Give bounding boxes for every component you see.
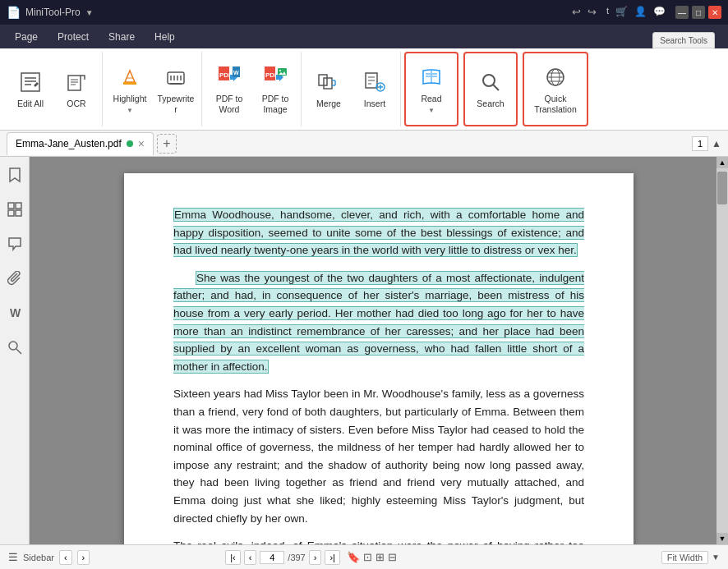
read-button[interactable]: Read ▼ xyxy=(409,54,454,125)
scrollbar[interactable]: ▲ ▼ xyxy=(716,157,728,544)
merge-button[interactable]: Merge xyxy=(306,54,351,125)
title-bar-controls: ↩ ↪ t 🛒 👤 💬 — □ ✕ xyxy=(572,6,721,19)
close-button[interactable]: ✕ xyxy=(708,6,721,19)
svg-line-53 xyxy=(16,349,21,354)
user-icon[interactable]: 👤 xyxy=(634,6,647,19)
app-logo-icon: 📄 xyxy=(7,6,21,19)
pdf-tab[interactable]: Emma-Jane_Austen.pdf × xyxy=(7,132,154,155)
notification-icon[interactable]: 🛒 xyxy=(615,6,628,19)
highlight-label: Highlight xyxy=(113,94,147,104)
fit-page-icon[interactable]: ⊡ xyxy=(363,551,372,563)
pdf-area[interactable]: Emma Woodhouse, handsome, clever, and ri… xyxy=(30,157,728,544)
scroll-up-button[interactable]: ▲ xyxy=(716,157,728,168)
app-title: MiniTool-Pro xyxy=(25,7,81,18)
page-number-box: 1 xyxy=(692,136,708,151)
menu-item-share[interactable]: Share xyxy=(100,29,143,45)
bookmark-icon[interactable] xyxy=(3,163,26,186)
highlight-arrow-icon: ▼ xyxy=(127,107,133,114)
insert-label: Insert xyxy=(364,99,385,109)
fit-width-arrow-icon[interactable]: ▼ xyxy=(712,553,720,562)
zoom-in-icon[interactable]: ⊞ xyxy=(376,551,385,563)
chat-icon[interactable]: 💬 xyxy=(653,6,666,19)
pdf-to-image-label: PDF to Image xyxy=(256,94,295,114)
search-tools-label: Search Tools xyxy=(652,32,715,48)
pdf-to-image-icon: PDF xyxy=(262,64,288,90)
sidebar-icons: W xyxy=(0,157,30,544)
last-page-button[interactable]: ›| xyxy=(325,550,340,565)
svg-point-23 xyxy=(279,70,281,71)
zoom-out-icon[interactable]: ⊟ xyxy=(388,551,397,563)
paragraph-1: Emma Woodhouse, handsome, clever, and ri… xyxy=(173,206,584,259)
ribbon-group-annotate: Highlight ▼ Typewriter xyxy=(104,52,202,126)
maximize-button[interactable]: □ xyxy=(692,6,705,19)
svg-rect-47 xyxy=(8,203,14,209)
undo-icon[interactable]: ↩ xyxy=(572,6,581,19)
scroll-thumb[interactable] xyxy=(717,172,727,204)
nav-next-button[interactable]: › xyxy=(77,550,90,565)
pdf-to-image-button[interactable]: PDF PDF to Image xyxy=(253,54,297,125)
svg-rect-25 xyxy=(324,78,332,89)
insert-button[interactable]: Insert xyxy=(352,54,397,125)
highlight-icon xyxy=(117,64,143,90)
quick-translation-button[interactable]: Quick Translation xyxy=(528,54,583,125)
svg-rect-8 xyxy=(123,82,136,85)
menu-item-help[interactable]: Help xyxy=(146,29,183,45)
pdf-to-word-icon: PDF W xyxy=(216,64,242,90)
page-total: /397 xyxy=(288,553,305,562)
menu-item-protect[interactable]: Protect xyxy=(49,29,97,45)
svg-text:W: W xyxy=(10,306,21,319)
fit-width-label[interactable]: Fit Width xyxy=(661,551,708,564)
tab-close-button[interactable]: × xyxy=(138,138,145,149)
insert-icon xyxy=(362,69,388,95)
highlighted-text-2: She was the youngest of the two daughter… xyxy=(173,271,584,374)
paragraph-3: Sixteen years had Miss Taylor been in Mr… xyxy=(173,385,584,527)
highlighted-text-1: Emma Woodhouse, handsome, clever, and ri… xyxy=(173,208,584,257)
comments-icon[interactable] xyxy=(3,232,26,255)
sidebar-label: Sidebar xyxy=(23,553,54,562)
svg-text:W: W xyxy=(233,70,239,76)
prev-page-button[interactable]: ‹ xyxy=(244,550,257,565)
highlight-button[interactable]: Highlight ▼ xyxy=(108,54,152,125)
paragraph-3-text: Sixteen years had Miss Taylor been in Mr… xyxy=(173,385,584,527)
text-icon[interactable]: W xyxy=(3,301,26,324)
status-bar: ☰ Sidebar ‹ › |‹ ‹ /397 › ›| 🔖 ⊡ ⊞ ⊟ Fit… xyxy=(0,544,728,569)
ribbon-group-edit: Edit All OCR xyxy=(5,52,103,126)
page-input[interactable] xyxy=(260,551,284,564)
typewriter-icon xyxy=(163,64,189,90)
nav-prev-button[interactable]: ‹ xyxy=(59,550,72,565)
bookmark-status-icon[interactable]: 🔖 xyxy=(347,551,360,563)
ocr-button[interactable]: OCR xyxy=(54,54,99,125)
find-icon[interactable] xyxy=(3,336,26,359)
read-label: Read xyxy=(421,94,441,104)
title-bar-left: 📄 MiniTool-Pro ▼ xyxy=(7,6,94,19)
redo-icon[interactable]: ↪ xyxy=(587,6,597,19)
scroll-down-button[interactable]: ▼ xyxy=(716,533,728,544)
svg-rect-4 xyxy=(68,76,81,90)
new-tab-button[interactable]: + xyxy=(157,134,177,154)
read-arrow-icon: ▼ xyxy=(428,107,435,114)
pdf-to-word-button[interactable]: PDF W PDF to Word xyxy=(207,54,251,125)
svg-rect-48 xyxy=(16,203,21,209)
tab-modified-indicator xyxy=(127,140,133,147)
edit-all-label: Edit All xyxy=(17,99,44,109)
minimize-text-icon[interactable]: t xyxy=(606,6,609,19)
sidebar-toggle-icon[interactable]: ☰ xyxy=(8,551,18,563)
read-icon xyxy=(418,64,445,90)
edit-all-button[interactable]: Edit All xyxy=(8,54,53,125)
ocr-label: OCR xyxy=(67,99,85,109)
next-page-button[interactable]: › xyxy=(309,550,322,565)
svg-rect-24 xyxy=(319,75,327,85)
first-page-button[interactable]: |‹ xyxy=(225,550,241,565)
ribbon-group-search: Search xyxy=(463,52,518,126)
typewriter-button[interactable]: Typewriter xyxy=(154,54,198,125)
ribbon-group-read: Read ▼ xyxy=(404,52,458,126)
attachment-icon[interactable] xyxy=(3,267,26,290)
thumbnail-icon[interactable] xyxy=(3,198,26,221)
search-button[interactable]: Search xyxy=(468,54,513,125)
menu-item-page[interactable]: Page xyxy=(7,29,46,45)
dropdown-arrow-icon[interactable]: ▼ xyxy=(85,8,94,17)
ribbon: Edit All OCR xyxy=(0,48,728,131)
pdf-page: Emma Woodhouse, handsome, clever, and ri… xyxy=(124,173,634,544)
minimize-button[interactable]: — xyxy=(675,6,689,19)
scroll-up-icon[interactable]: ▲ xyxy=(712,138,721,149)
